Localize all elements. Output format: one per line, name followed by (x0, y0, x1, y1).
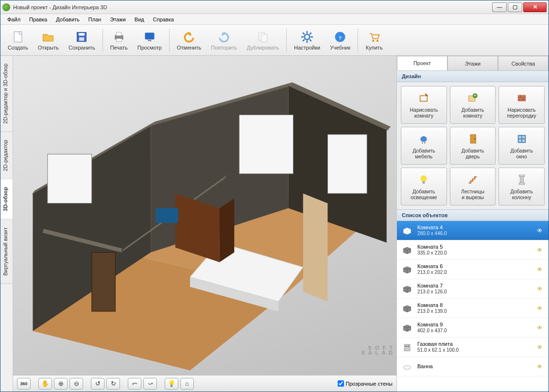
view-360-button[interactable]: 360 (17, 378, 31, 390)
view-tab-2D-редактор и 3D-обзор[interactable]: 2D-редактор и 3D-обзор (0, 56, 13, 132)
svg-rect-65 (423, 181, 425, 184)
design-draw-room-button[interactable]: Нарисоватькомнату (401, 86, 447, 124)
toolbar-folder-button[interactable]: Открыть (34, 27, 63, 54)
visibility-icon[interactable]: 👁 (537, 247, 545, 254)
view-orbit-left-button[interactable]: ⤺ (128, 378, 141, 390)
toolbar-separator (286, 29, 287, 52)
svg-rect-66 (520, 176, 523, 184)
svg-text:?: ? (339, 35, 342, 40)
view-orbit-right-button[interactable]: ⤻ (143, 378, 157, 390)
visibility-icon[interactable]: 👁 (537, 344, 545, 351)
view-zoom-in-button[interactable]: ⊕ (54, 378, 68, 390)
app-icon (2, 3, 10, 11)
toolbar-cart-button[interactable]: Купить (361, 27, 387, 54)
toolbar-save-button[interactable]: Сохранить (64, 27, 100, 54)
object-dimensions: 213.0 x 126.0 (417, 289, 533, 295)
menu-Правка[interactable]: Правка (25, 15, 51, 24)
object-item[interactable]: Газовая плита 51.0 x 62.1 x 100.0 👁 (397, 338, 549, 357)
object-item[interactable]: Комната 9 402.0 x 437.0 👁 (397, 318, 549, 338)
main-toolbar: СоздатьОткрытьСохранитьПечатьПросмотрОтм… (0, 25, 549, 56)
menu-План[interactable]: План (85, 15, 105, 24)
minimize-button[interactable]: — (492, 2, 507, 12)
svg-rect-6 (116, 38, 121, 41)
svg-rect-40 (92, 253, 116, 311)
svg-line-20 (303, 39, 305, 41)
object-dimensions: 402.0 x 437.0 (417, 328, 533, 334)
view-zoom-out-button[interactable]: ⊖ (69, 378, 83, 390)
design-label: Добавитьокно (510, 148, 532, 159)
svg-point-13 (305, 34, 310, 39)
column-icon (515, 173, 529, 187)
visibility-icon[interactable]: 👁 (537, 324, 545, 331)
right-tab-Проект[interactable]: Проект (397, 56, 447, 70)
design-add-room-button[interactable]: +Добавитькомнату (450, 86, 496, 124)
toolbar-file-button[interactable]: Создать (3, 27, 33, 54)
toolbar-label: Настройки (294, 45, 320, 51)
svg-text:+: + (474, 93, 476, 98)
scene-svg (13, 56, 396, 375)
wall-icon (515, 91, 529, 105)
close-button[interactable]: ✕ (523, 2, 547, 12)
menu-Этажи[interactable]: Этажи (106, 15, 129, 24)
visibility-icon[interactable]: 👁 (537, 266, 545, 273)
menu-Добавить[interactable]: Добавить (52, 15, 84, 24)
toolbar-monitor-button[interactable]: Просмотр (133, 27, 166, 54)
svg-point-64 (421, 175, 427, 182)
object-list[interactable]: Комната 4 280.0 x 446.0 👁 Комната 5 335.… (397, 221, 549, 392)
svg-rect-81 (404, 344, 410, 351)
design-door-button[interactable]: Добавитьдверь (450, 127, 496, 165)
design-window-button[interactable]: Добавитьокно (498, 127, 545, 165)
view-light-button[interactable]: 💡 (165, 378, 178, 390)
object-name: Комната 5 (417, 244, 533, 250)
maximize-button[interactable]: ▢ (508, 2, 522, 12)
object-item[interactable]: Комната 8 213.0 x 139.0 👁 (397, 299, 549, 318)
menu-Справка[interactable]: Справка (149, 15, 178, 24)
svg-rect-39 (327, 135, 367, 193)
object-item[interactable]: Комната 5 335.0 x 220.0 👁 (397, 240, 549, 260)
view-tab-2D-редактор[interactable]: 2D-редактор (0, 132, 13, 179)
cart-icon (367, 30, 381, 44)
design-chair-button[interactable]: Добавитьмебель (401, 127, 447, 165)
view-hand-button[interactable]: ✋ (38, 378, 52, 390)
design-column-button[interactable]: Добавитьколонну (498, 168, 545, 205)
view-tab-Виртуальный визит[interactable]: Виртуальный визит (0, 220, 13, 284)
right-tab-Свойства[interactable]: Свойства (498, 56, 549, 70)
svg-rect-0 (14, 32, 22, 42)
toolbar-separator (169, 29, 170, 52)
toolbar-undo-button[interactable]: Отменить (172, 27, 206, 54)
object-item[interactable]: Ванна 👁 (397, 357, 549, 376)
view-rotate-left-button[interactable]: ↺ (91, 378, 104, 390)
3d-view[interactable]: S O F TS A L A D (13, 56, 396, 375)
object-name: Комната 6 (417, 263, 533, 270)
folder-icon (41, 30, 55, 44)
box-icon (401, 284, 413, 294)
view-tab-3D-обзор[interactable]: 3D-обзор (0, 179, 13, 220)
object-item[interactable]: Комната 7 213.0 x 126.0 👁 (397, 279, 549, 299)
right-tab-Этажи[interactable]: Этажи (447, 56, 498, 70)
visibility-icon[interactable]: 👁 (537, 286, 545, 292)
titlebar: Новый проект - Дизайн Интерьера 3D — ▢ ✕ (0, 0, 549, 14)
menu-Вид[interactable]: Вид (131, 15, 148, 24)
object-dimensions: 213.0 x 202.0 (417, 270, 533, 275)
visibility-icon[interactable]: 👁 (537, 227, 545, 234)
object-item[interactable]: Комната 4 280.0 x 446.0 👁 (397, 221, 549, 240)
design-wall-button[interactable]: Нарисоватьперегородку (498, 86, 545, 124)
visibility-icon[interactable]: 👁 (537, 363, 545, 370)
visibility-icon[interactable]: 👁 (537, 305, 545, 312)
view-rotate-right-button[interactable]: ↻ (106, 378, 120, 390)
view-home-button[interactable]: ⌂ (180, 378, 194, 390)
toolbar-print-button[interactable]: Печать (106, 27, 132, 54)
svg-rect-45 (155, 208, 178, 223)
toolbar-label: Создать (8, 45, 28, 51)
svg-point-82 (405, 345, 407, 347)
transparent-walls-checkbox[interactable]: Прозрачные стены (338, 380, 393, 387)
toolbar-gear-button[interactable]: Настройки (290, 27, 325, 54)
menu-Файл[interactable]: Файл (3, 15, 24, 24)
object-item[interactable]: Комната 6 213.0 x 202.0 👁 (397, 260, 549, 279)
toolbar-separator (358, 29, 358, 52)
toolbar-help-button[interactable]: ?Учебник (326, 27, 355, 54)
design-bulb-button[interactable]: Добавитьосвещение (401, 168, 447, 205)
right-panel: ПроектЭтажиСвойства Дизайн Нарисоватьком… (397, 56, 549, 392)
svg-rect-57 (422, 141, 423, 144)
design-stairs-button[interactable]: Лестницыи вырезы (450, 168, 496, 205)
